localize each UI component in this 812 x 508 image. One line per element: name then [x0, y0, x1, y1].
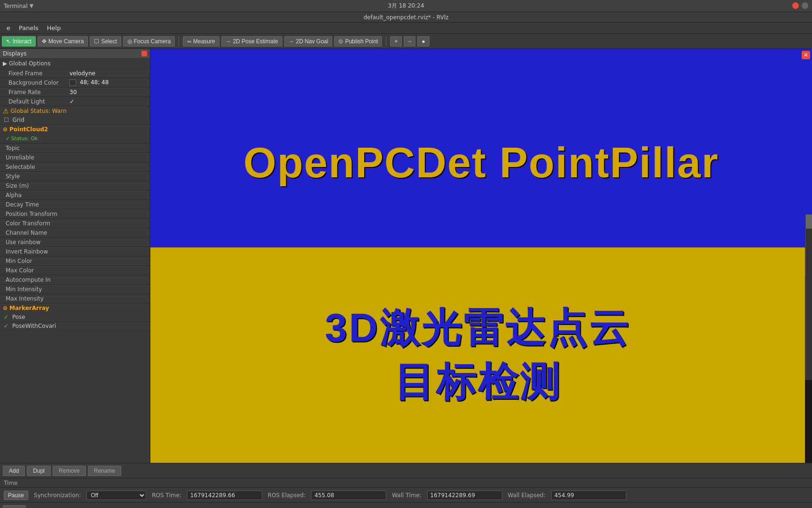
overlay-yellow-text2: 目标检测	[394, 355, 562, 409]
pc2-selectable: Selectable	[0, 162, 150, 172]
overlay-close-button[interactable]: ✕	[802, 51, 810, 59]
reset-button[interactable]: eset	[3, 505, 26, 508]
pc2-alpha: Alpha	[0, 190, 150, 200]
remove-button[interactable]: Remove	[53, 466, 86, 476]
ros-elapsed-value: 455.08	[311, 491, 386, 500]
pointcloud2-header[interactable]: ⊙ PointCloud2	[0, 125, 150, 134]
measure-button[interactable]: ═ Measure	[183, 36, 219, 47]
pc2-unreliable: Unreliable	[0, 153, 150, 162]
zoom-in-button[interactable]: +	[390, 36, 402, 47]
zoom-fit-button[interactable]: ●	[417, 36, 429, 47]
focus-camera-button[interactable]: ◎ Focus Camera	[123, 36, 175, 47]
pose-estimate-button[interactable]: → 2D Pose Estimate	[221, 36, 282, 47]
zoom-out-button[interactable]: −	[404, 36, 415, 47]
close-btn[interactable]	[792, 2, 799, 9]
frame-rate-row: Frame Rate 30	[0, 87, 150, 97]
toolbar-sep-1	[179, 37, 179, 46]
menu-panels[interactable]: Panels	[15, 24, 42, 32]
system-bar: Terminal ▼ 3月 18 20:24	[0, 0, 812, 12]
global-options-header[interactable]: ▶ Global Options	[0, 59, 150, 69]
nav-icon: →	[289, 38, 294, 45]
pc2-min-color: Min Color	[0, 256, 150, 266]
pc2-topic: Topic	[0, 143, 150, 153]
toolbar: ↖ Interact ✥ Move Camera ☐ Select ◎ Focu…	[0, 34, 812, 49]
select-button[interactable]: ☐ Select	[90, 36, 121, 47]
pc2-position-transform: Position Transform	[0, 209, 150, 219]
nav-goal-button[interactable]: → 2D Nav Goal	[284, 36, 333, 47]
menu-bar: e Panels Help	[0, 23, 812, 34]
pc2-decay-time: Decay Time	[0, 200, 150, 209]
toolbar-sep-2	[386, 37, 386, 46]
publish-point-button[interactable]: ⊙ Publish Point	[334, 36, 382, 47]
blue-overlay: OpenPCDet PointPillar	[150, 49, 812, 277]
publish-icon: ⊙	[338, 38, 343, 45]
checkmark-icon: ✓	[6, 135, 10, 142]
warn-icon: ⚠	[3, 107, 9, 115]
displays-list[interactable]: ▶ Global Options Fixed Frame velodyne Ba…	[0, 59, 150, 463]
terminal-label: Terminal	[4, 3, 28, 9]
posewithcovari-item[interactable]: ✓ PoseWithCovari	[0, 322, 150, 331]
pc2-autocompute: Autocompute In	[0, 275, 150, 285]
scrollbar-thumb[interactable]	[806, 214, 812, 229]
cat-icon	[802, 2, 808, 9]
fixed-frame-row: Fixed Frame velodyne	[0, 69, 150, 78]
add-button[interactable]: Add	[3, 466, 25, 476]
pause-button[interactable]: Pause	[4, 491, 28, 500]
default-light-row: Default Light ✓	[0, 97, 150, 106]
wall-time-value: 1679142289.69	[427, 491, 502, 500]
pc2-max-intensity: Max Intensity	[0, 294, 150, 303]
measure-icon: ═	[187, 38, 191, 45]
reset-bar: eset	[0, 502, 812, 508]
add-bar: Add Dupl Remove Rename	[0, 463, 812, 478]
yellow-overlay: 3D激光雷达点云 目标检测	[150, 247, 805, 463]
menu-help[interactable]: Help	[43, 24, 65, 32]
global-status: ⚠ Global Status: Warn	[0, 106, 150, 116]
displays-header: Displays	[0, 49, 150, 59]
pc2-color-transform: Color Transform	[0, 219, 150, 228]
pc2-min-intensity: Min Intensity	[0, 285, 150, 294]
pc2-max-color: Max Color	[0, 266, 150, 275]
viewport[interactable]: OpenPCDet PointPillar 3D激光雷达点云 目标检测 ✕	[150, 49, 812, 463]
system-time: 3月 18 20:24	[388, 2, 424, 10]
pc2-channel-name: Channel Name	[0, 228, 150, 238]
menu-file[interactable]: e	[3, 24, 14, 32]
pose-icon: →	[226, 38, 231, 45]
duplicate-button[interactable]: Dupl	[27, 466, 51, 476]
pc2-invert-rainbow: Invert Rainbow	[0, 247, 150, 256]
displays-close-button[interactable]	[141, 51, 147, 56]
app-title: default_openpcdet.rviz* - RVlz	[363, 14, 448, 21]
pose-item[interactable]: ✓ Pose	[0, 313, 150, 322]
focus-icon: ◎	[127, 38, 132, 45]
move-camera-button[interactable]: ✥ Move Camera	[38, 36, 88, 47]
rename-button[interactable]: Rename	[88, 466, 121, 476]
bg-color-row: Background Color 48; 48; 48	[0, 78, 150, 87]
ros-time-value: 1679142289.66	[187, 491, 262, 500]
select-icon: ☐	[94, 38, 99, 45]
cursor-icon: ↖	[6, 38, 11, 45]
pc2-use-rainbow: Use rainbow	[0, 238, 150, 247]
wall-elapsed-value: 454.99	[551, 491, 626, 500]
window-controls	[792, 2, 808, 9]
pc2-size: Size (m)	[0, 181, 150, 190]
time-panel: Pause Synchronization: Off Approximate T…	[0, 487, 812, 502]
pc2-style: Style	[0, 172, 150, 181]
pc2-status: ✓ Status: Ok	[0, 134, 150, 143]
sync-select[interactable]: Off Approximate Time Exact Time	[86, 491, 146, 500]
grid-item[interactable]: ☐ Grid	[0, 116, 150, 125]
markerarray-header[interactable]: ⊙ MarkerArray	[0, 303, 150, 313]
move-icon: ✥	[42, 38, 47, 45]
overlay-yellow-text1: 3D激光雷达点云	[325, 301, 631, 355]
interact-button[interactable]: ↖ Interact	[2, 36, 36, 47]
color-swatch	[70, 79, 76, 86]
overlay-blue-text: OpenPCDet PointPillar	[243, 139, 719, 187]
viewport-scrollbar[interactable]	[805, 214, 812, 380]
left-panel: Displays ▶ Global Options Fixed Frame ve…	[0, 49, 150, 463]
time-section-label: Time	[4, 480, 17, 486]
